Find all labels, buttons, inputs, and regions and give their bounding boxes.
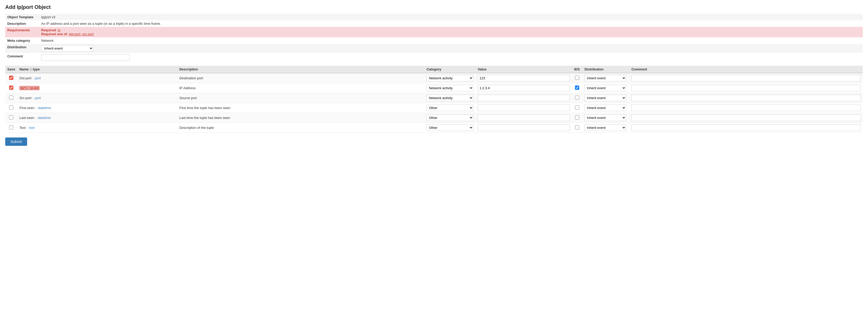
col-distribution: Distribution bbox=[582, 66, 629, 73]
ids-checkbox[interactable] bbox=[575, 125, 579, 130]
comment-cell bbox=[629, 123, 863, 133]
distribution-select[interactable]: Inherit eventThis organisation onlyThis … bbox=[584, 124, 626, 131]
page-title: Add Ip|port Object bbox=[5, 4, 863, 10]
category-select[interactable]: Network activityOtherPayload deliveryArt… bbox=[427, 95, 473, 101]
save-checkbox[interactable] bbox=[9, 86, 13, 90]
ids-checkbox[interactable] bbox=[575, 105, 579, 110]
save-cell bbox=[5, 73, 17, 83]
save-cell bbox=[5, 83, 17, 93]
save-checkbox[interactable] bbox=[9, 76, 13, 80]
distribution-select[interactable]: Inherit event This organisation only Thi… bbox=[41, 45, 93, 52]
name-highlighted: Ip(*) :: ip-dst bbox=[19, 86, 40, 90]
distribution-select[interactable]: Inherit eventThis organisation onlyThis … bbox=[584, 115, 626, 121]
col-value: Value bbox=[475, 66, 572, 73]
ids-checkbox[interactable] bbox=[575, 76, 579, 80]
description-cell: Source port bbox=[177, 93, 425, 103]
submit-button[interactable]: Submit bbox=[5, 138, 27, 146]
name-type-cell: Ip(*) :: ip-dst bbox=[17, 83, 177, 93]
col-name-type: Name :: type bbox=[17, 66, 177, 73]
ids-checkbox[interactable] bbox=[575, 95, 579, 100]
category-select[interactable]: Network activityOtherPayload deliveryArt… bbox=[427, 75, 473, 81]
type-label: port bbox=[35, 96, 41, 100]
description-cell: Description of the tuple bbox=[177, 123, 425, 133]
col-category: Category bbox=[424, 66, 475, 73]
category-select[interactable]: Network activityOtherPayload deliveryArt… bbox=[427, 85, 473, 91]
save-checkbox[interactable] bbox=[9, 125, 13, 130]
name-type-cell: Src-port :: port bbox=[17, 93, 177, 103]
distribution-select[interactable]: Inherit eventThis organisation onlyThis … bbox=[584, 85, 626, 91]
category-cell: Network activityOtherPayload deliveryArt… bbox=[424, 103, 475, 113]
comment-cell bbox=[629, 73, 863, 83]
type-label: port bbox=[35, 76, 41, 80]
save-cell bbox=[5, 123, 17, 133]
name-type-cell: Text :: text bbox=[17, 123, 177, 133]
category-select[interactable]: Network activityOtherPayload deliveryArt… bbox=[427, 115, 473, 121]
category-select[interactable]: Network activityOtherPayload deliveryArt… bbox=[427, 124, 473, 131]
meta-category-label: Meta category bbox=[5, 37, 39, 44]
value-input[interactable] bbox=[477, 95, 570, 101]
ids-cell bbox=[572, 73, 582, 83]
table-row: Ip(*) :: ip-dstIP AddressNetwork activit… bbox=[5, 83, 863, 93]
table-row: Dst-port :: portDestination portNetwork … bbox=[5, 73, 863, 83]
save-checkbox[interactable] bbox=[9, 105, 13, 110]
distribution-cell: Inherit eventThis organisation onlyThis … bbox=[582, 83, 629, 93]
distribution-select[interactable]: Inherit eventThis organisation onlyThis … bbox=[584, 105, 626, 111]
value-input[interactable] bbox=[477, 124, 570, 131]
meta-category-value: Network bbox=[39, 37, 863, 44]
distribution-cell: Inherit eventThis organisation onlyThis … bbox=[582, 93, 629, 103]
comment-input[interactable] bbox=[631, 75, 861, 81]
col-ids: IDS bbox=[572, 66, 582, 73]
ids-checkbox[interactable] bbox=[575, 86, 579, 90]
comment-input[interactable] bbox=[631, 124, 861, 131]
table-row: First-seen :: datetimeFirst time the tup… bbox=[5, 103, 863, 113]
value-cell bbox=[475, 83, 572, 93]
value-input[interactable] bbox=[477, 85, 570, 91]
type-label: datetime bbox=[38, 106, 51, 110]
table-row: Text :: textDescription of the tupleNetw… bbox=[5, 123, 863, 133]
comment-cell bbox=[629, 83, 863, 93]
distribution-select[interactable]: Inherit eventThis organisation onlyThis … bbox=[584, 95, 626, 101]
col-description: Description bbox=[177, 66, 425, 73]
category-cell: Network activityOtherPayload deliveryArt… bbox=[424, 83, 475, 93]
comment-input[interactable] bbox=[631, 115, 861, 121]
ids-cell bbox=[572, 123, 582, 133]
comment-cell bbox=[629, 103, 863, 113]
save-cell bbox=[5, 103, 17, 113]
description-cell: IP Address bbox=[177, 83, 425, 93]
distribution-cell: Inherit event This organisation only Thi… bbox=[39, 44, 863, 53]
distribution-cell: Inherit eventThis organisation onlyThis … bbox=[582, 73, 629, 83]
description-value: An IP address and a port seen as a tuple… bbox=[39, 20, 863, 27]
value-input[interactable] bbox=[477, 105, 570, 111]
requirements-label: Requirements bbox=[5, 27, 39, 37]
category-cell: Network activityOtherPayload deliveryArt… bbox=[424, 113, 475, 123]
comment-cell bbox=[629, 93, 863, 103]
comment-input[interactable] bbox=[631, 85, 861, 91]
type-label: text bbox=[29, 126, 35, 130]
category-cell: Network activityOtherPayload deliveryArt… bbox=[424, 93, 475, 103]
comment-cell bbox=[629, 113, 863, 123]
comment-input[interactable] bbox=[41, 54, 130, 61]
comment-label: Comment bbox=[5, 53, 39, 62]
attributes-table: Save Name :: type Description Category V… bbox=[5, 66, 863, 133]
table-row: Last-seen :: datetimeLast time the tuple… bbox=[5, 113, 863, 123]
col-comment: Comment bbox=[629, 66, 863, 73]
distribution-label: Distribution bbox=[5, 44, 39, 53]
comment-input[interactable] bbox=[631, 95, 861, 101]
requirements-value: Required: ip Required one of: dst-port, … bbox=[39, 27, 863, 37]
category-cell: Network activityOtherPayload deliveryArt… bbox=[424, 123, 475, 133]
distribution-cell: Inherit eventThis organisation onlyThis … bbox=[582, 113, 629, 123]
type-label: datetime bbox=[38, 116, 51, 120]
description-cell: Last time the tuple has been seen bbox=[177, 113, 425, 123]
category-select[interactable]: Network activityOtherPayload deliveryArt… bbox=[427, 105, 473, 111]
description-label: Description bbox=[5, 20, 39, 27]
value-input[interactable] bbox=[477, 115, 570, 121]
ids-cell bbox=[572, 113, 582, 123]
comment-input[interactable] bbox=[631, 105, 861, 111]
ids-cell bbox=[572, 93, 582, 103]
name-type-cell: Dst-port :: port bbox=[17, 73, 177, 83]
value-input[interactable] bbox=[477, 75, 570, 81]
save-checkbox[interactable] bbox=[9, 95, 13, 100]
distribution-select[interactable]: Inherit eventThis organisation onlyThis … bbox=[584, 75, 626, 81]
save-checkbox[interactable] bbox=[9, 115, 13, 119]
ids-checkbox[interactable] bbox=[575, 115, 579, 119]
